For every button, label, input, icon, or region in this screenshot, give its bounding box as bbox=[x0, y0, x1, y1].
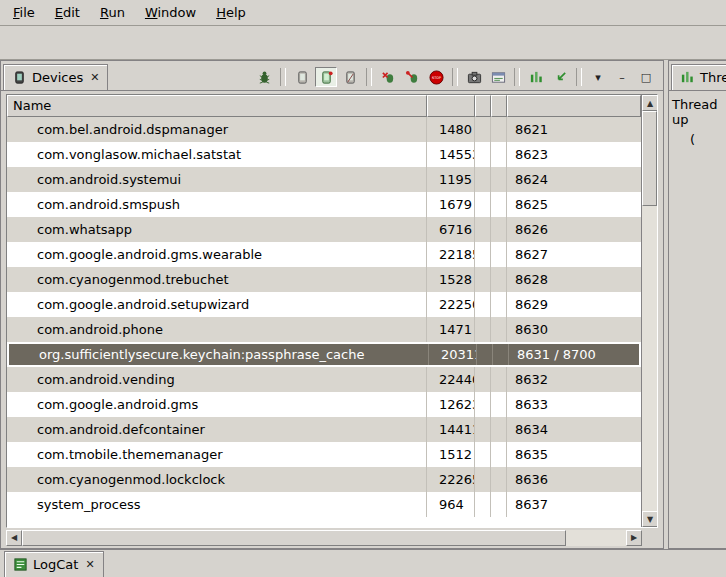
scroll-up-icon[interactable]: ▲ bbox=[642, 95, 658, 111]
close-icon[interactable]: ✕ bbox=[85, 558, 94, 571]
cell-pid: 1471 bbox=[427, 317, 475, 342]
cell-port: 8621 bbox=[507, 117, 641, 142]
menu-mnemonic: W bbox=[145, 5, 158, 20]
vertical-scroll-thumb[interactable] bbox=[642, 111, 657, 206]
table-row[interactable]: com.bel.android.dspmanager14808621 bbox=[7, 117, 641, 142]
cell-c3 bbox=[475, 267, 491, 292]
table-row[interactable]: com.android.defcontainer144118634 bbox=[7, 417, 641, 442]
column-header-c4[interactable] bbox=[491, 95, 507, 117]
cell-c4 bbox=[491, 492, 507, 517]
cell-name: com.bel.android.dspmanager bbox=[7, 117, 427, 142]
start-method-profiling-icon[interactable] bbox=[401, 67, 423, 87]
column-header-pid[interactable] bbox=[427, 95, 475, 117]
table-row[interactable]: com.cyanogenmod.lockclock222658636 bbox=[7, 467, 641, 492]
toolbar-separator bbox=[514, 68, 520, 86]
cell-port: 8629 bbox=[507, 292, 641, 317]
cell-c4 bbox=[491, 217, 507, 242]
cell-pid: 1480 bbox=[427, 117, 475, 142]
tab-devices-label: Devices bbox=[32, 70, 83, 85]
tab-devices[interactable]: Devices ✕ bbox=[3, 64, 108, 90]
cell-port: 8635 bbox=[507, 442, 641, 467]
menu-window[interactable]: Window bbox=[136, 2, 205, 23]
cell-pid: 22250 bbox=[427, 292, 475, 317]
cell-c3 bbox=[475, 117, 491, 142]
update-threads-icon[interactable] bbox=[377, 67, 399, 87]
devices-panel: Devices ✕ STOP▾–□ Name com.bel.android.d… bbox=[0, 60, 664, 549]
update-heap-icon[interactable] bbox=[291, 67, 313, 87]
table-row[interactable]: com.google.android.gms.wearable221858627 bbox=[7, 242, 641, 267]
devices-table: Name com.bel.android.dspmanager14808621c… bbox=[6, 94, 658, 528]
menu-edit[interactable]: Edit bbox=[46, 2, 89, 23]
table-row[interactable]: com.vonglasow.michael.satstat145538623 bbox=[7, 142, 641, 167]
toolbar-separator bbox=[576, 68, 582, 86]
menu-bar: FileEditRunWindowHelp bbox=[0, 0, 726, 26]
menu-help[interactable]: Help bbox=[207, 2, 255, 23]
cell-c4 bbox=[491, 367, 507, 392]
menu-mnemonic: R bbox=[100, 5, 108, 20]
screen-capture-icon[interactable] bbox=[463, 67, 485, 87]
scroll-left-icon[interactable]: ◀ bbox=[6, 530, 22, 546]
cell-pid: 14411 bbox=[427, 417, 475, 442]
cell-port: 8624 bbox=[507, 167, 641, 192]
cell-pid: 22265 bbox=[427, 467, 475, 492]
table-row[interactable]: com.cyanogenmod.trebuchet15288628 bbox=[7, 267, 641, 292]
tab-threads[interactable]: Threads bbox=[671, 64, 726, 90]
cell-port: 8634 bbox=[507, 417, 641, 442]
horizontal-scroll-thumb[interactable] bbox=[22, 530, 566, 546]
close-icon[interactable]: ✕ bbox=[90, 71, 99, 84]
maximize-icon[interactable]: □ bbox=[635, 67, 657, 87]
cell-pid: 1528 bbox=[427, 267, 475, 292]
menu-mnemonic: E bbox=[55, 5, 63, 20]
cell-name: com.android.systemui bbox=[7, 167, 427, 192]
table-row[interactable]: com.google.android.gms126238633 bbox=[7, 392, 641, 417]
menu-run[interactable]: Run bbox=[91, 2, 134, 23]
column-header-port[interactable] bbox=[507, 95, 641, 117]
table-row[interactable]: com.android.smspush16798625 bbox=[7, 192, 641, 217]
table-row[interactable]: com.whatsapp67168626 bbox=[7, 217, 641, 242]
debug-process-icon[interactable] bbox=[253, 67, 275, 87]
application-window: FileEditRunWindowHelp Devices ✕ STOP▾–□ … bbox=[0, 0, 726, 577]
menu-mnemonic: F bbox=[13, 5, 20, 20]
stop-process-icon[interactable]: STOP bbox=[425, 67, 447, 87]
devices-tabbar: Devices ✕ STOP▾–□ bbox=[1, 61, 663, 91]
threads-icon bbox=[680, 70, 695, 85]
cell-c4 bbox=[491, 142, 507, 167]
menu-file[interactable]: File bbox=[4, 2, 44, 23]
table-row[interactable]: com.android.vending224408632 bbox=[7, 367, 641, 392]
dump-hprof-icon[interactable] bbox=[315, 67, 337, 87]
table-row[interactable]: com.android.systemui11958624 bbox=[7, 167, 641, 192]
cell-c3 bbox=[475, 167, 491, 192]
cell-name: com.google.android.gms bbox=[7, 392, 427, 417]
cell-c3 bbox=[475, 392, 491, 417]
minimize-icon[interactable]: – bbox=[611, 67, 633, 87]
cell-port: 8633 bbox=[507, 392, 641, 417]
cell-name: com.tmobile.thememanager bbox=[7, 442, 427, 467]
tab-logcat-label: LogCat bbox=[33, 557, 78, 572]
cell-c3 bbox=[475, 242, 491, 267]
table-row[interactable]: system_process9648637 bbox=[7, 492, 641, 517]
cell-name: com.google.android.setupwizard bbox=[7, 292, 427, 317]
cell-c4 bbox=[491, 442, 507, 467]
table-row[interactable]: com.android.phone14718630 bbox=[7, 317, 641, 342]
vertical-scroll-track[interactable] bbox=[642, 111, 657, 511]
view-menu-icon[interactable]: ▾ bbox=[587, 67, 609, 87]
thread-updates-icon[interactable] bbox=[525, 67, 547, 87]
table-row[interactable]: com.tmobile.thememanager15128635 bbox=[7, 442, 641, 467]
cell-c4 bbox=[491, 192, 507, 217]
horizontal-scrollbar[interactable]: ◀ ▶ bbox=[6, 529, 658, 546]
cell-c4 bbox=[491, 317, 507, 342]
table-row[interactable]: org.sufficientlysecure.keychain:passphra… bbox=[7, 342, 641, 367]
scroll-right-icon[interactable]: ▶ bbox=[626, 530, 642, 546]
scroll-down-icon[interactable]: ▼ bbox=[642, 511, 658, 527]
toolbar-separator bbox=[452, 68, 458, 86]
tab-logcat[interactable]: LogCat ✕ bbox=[4, 551, 104, 577]
table-row[interactable]: com.google.android.setupwizard222508629 bbox=[7, 292, 641, 317]
column-header-c3[interactable] bbox=[475, 95, 491, 117]
heap-updates-icon[interactable] bbox=[549, 67, 571, 87]
cause-gc-icon[interactable] bbox=[339, 67, 361, 87]
column-header-name[interactable]: Name bbox=[7, 95, 427, 117]
cell-name: com.cyanogenmod.trebuchet bbox=[7, 267, 427, 292]
horizontal-scroll-track[interactable] bbox=[22, 530, 626, 546]
vertical-scrollbar[interactable]: ▲ ▼ bbox=[641, 95, 657, 527]
system-info-icon[interactable] bbox=[487, 67, 509, 87]
